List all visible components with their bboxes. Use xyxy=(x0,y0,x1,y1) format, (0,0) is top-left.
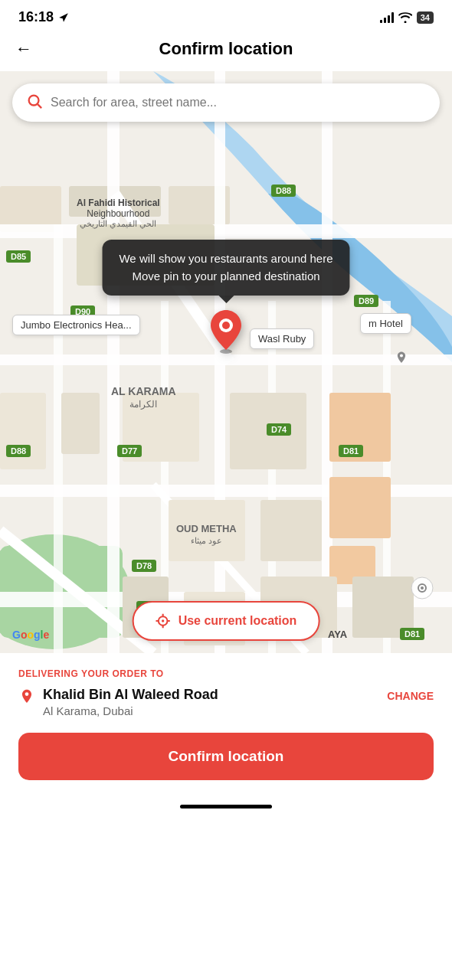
road-label-d81-bottom: D81 xyxy=(400,628,424,640)
map-pin[interactable] xyxy=(207,309,245,358)
area-label-karama: AL KARAMAالكرامة xyxy=(111,385,176,410)
address-street: Khalid Bin Al Waleed Road xyxy=(43,687,218,703)
search-icon xyxy=(26,93,43,113)
svg-line-35 xyxy=(38,104,41,108)
place-label-jumbo: Jumbo Electronics Hea... xyxy=(12,315,140,335)
confirm-location-button[interactable]: Confirm location xyxy=(18,733,434,780)
bottom-section: DELIVERING YOUR ORDER TO Khalid Bin Al W… xyxy=(0,653,452,795)
status-bar: 16:18 34 xyxy=(0,0,452,31)
place-label-hotel: m Hotel xyxy=(360,313,411,334)
svg-rect-10 xyxy=(107,71,120,653)
road-label-d74: D74 xyxy=(267,423,291,436)
search-input[interactable] xyxy=(51,96,426,109)
home-indicator xyxy=(0,795,452,815)
svg-rect-25 xyxy=(329,477,391,538)
google-logo: Google xyxy=(12,629,49,641)
delivering-label: DELIVERING YOUR ORDER TO xyxy=(18,668,434,679)
svg-point-41 xyxy=(421,586,424,590)
address-city: Al Karama, Dubai xyxy=(43,704,218,717)
road-label-d89: D89 xyxy=(354,295,378,307)
svg-rect-6 xyxy=(0,224,452,238)
road-label-d81: D81 xyxy=(339,445,363,457)
search-bar[interactable] xyxy=(12,83,440,122)
back-button[interactable]: ← xyxy=(15,39,32,59)
camera-icon xyxy=(411,577,434,603)
nearby-pin-icon xyxy=(395,351,408,371)
map-tooltip: We will show you restaurants around here… xyxy=(102,240,349,296)
address-text: Khalid Bin Al Waleed Road Al Karama, Dub… xyxy=(43,687,218,717)
svg-rect-20 xyxy=(0,393,46,469)
road-label-d88-top: D88 xyxy=(271,185,296,197)
road-label-d88: D88 xyxy=(6,445,31,457)
svg-point-34 xyxy=(29,96,39,106)
wifi-icon xyxy=(398,12,412,23)
use-location-button[interactable]: Use current location xyxy=(133,601,320,641)
map-area-label-fahidi: Al Fahidi Historical Neighbourhood الحي … xyxy=(77,198,160,229)
status-time: 16:18 xyxy=(18,9,54,25)
road-label-d77: D77 xyxy=(117,445,142,457)
svg-rect-21 xyxy=(61,393,100,454)
map-label-aya: AYA xyxy=(328,629,347,640)
page-title: Confirm location xyxy=(159,39,293,59)
header: ← Confirm location xyxy=(0,31,452,71)
svg-rect-27 xyxy=(260,500,322,561)
crosshair-icon xyxy=(156,613,171,629)
address-pin-icon xyxy=(18,688,35,712)
area-label-oudmetha: OUD METHAعود ميثاء xyxy=(176,523,237,546)
road-label-d78: D78 xyxy=(132,560,156,572)
change-button[interactable]: CHANGE xyxy=(387,687,434,702)
svg-point-38 xyxy=(222,322,230,329)
address-main: Khalid Bin Al Waleed Road Al Karama, Dub… xyxy=(18,687,218,717)
place-label-wasl: Wasl Ruby xyxy=(250,328,314,349)
road-label-d85: D85 xyxy=(6,250,31,263)
location-arrow-icon xyxy=(58,12,69,23)
map-background xyxy=(0,71,452,653)
address-row: Khalid Bin Al Waleed Road Al Karama, Dub… xyxy=(18,687,434,717)
signal-icon xyxy=(380,12,394,23)
battery-icon: 34 xyxy=(417,11,434,24)
svg-point-43 xyxy=(162,619,164,622)
status-icons: 34 xyxy=(380,11,434,24)
map-container[interactable]: Al Fahidi Historical Neighbourhood الحي … xyxy=(0,71,452,653)
